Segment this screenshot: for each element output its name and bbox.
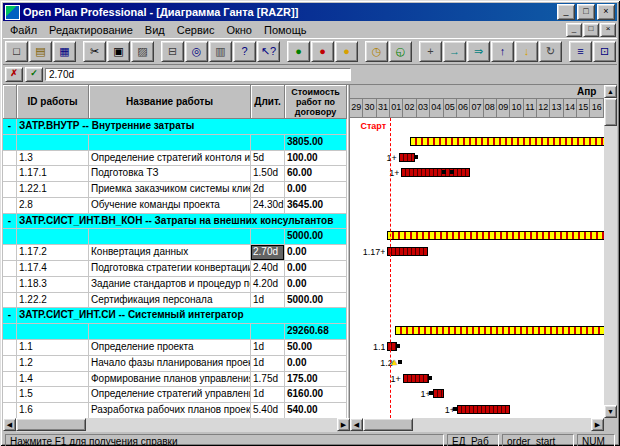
task-cost: 0.00 (285, 245, 347, 260)
task-bar[interactable] (403, 374, 429, 383)
table-scroll-left-button[interactable]: ◀ (3, 418, 16, 431)
table-row[interactable]: 1.17.1Подготовка ТЗ1.50d60.00 (3, 166, 347, 182)
print-preview-button[interactable]: ◎ (185, 41, 208, 62)
collapse-toggle[interactable]: - (3, 214, 17, 229)
minimize-button[interactable]: _ (557, 4, 575, 20)
table-scroll-right-button[interactable]: ▶ (337, 418, 350, 431)
table-row[interactable]: 1.6Разработка рабочих планов проекта5.40… (3, 403, 347, 418)
task-duration: 1d (251, 387, 285, 402)
table-row[interactable]: 1.4Формирование планов управления1.75d17… (3, 372, 347, 388)
mdi-minimize-button[interactable]: _ (566, 23, 582, 37)
mdi-restore-button[interactable]: □ (583, 23, 599, 37)
menu-item[interactable]: Окно (220, 23, 258, 37)
gantt-hscrollbar[interactable]: ◀ ▶ (350, 418, 604, 432)
task-bar[interactable] (399, 153, 415, 162)
move-down-button[interactable]: ↓ (515, 41, 538, 62)
clock-forward-button[interactable]: ◷ (365, 41, 388, 62)
time-analysis-button[interactable]: ● (287, 41, 310, 62)
collapse-toggle[interactable]: - (3, 308, 17, 323)
table-row[interactable]: 3805.00 (3, 135, 347, 151)
help-button[interactable]: ? (233, 41, 256, 62)
title-bar[interactable]: Open Plan Professional - [Диаграмма Гант… (3, 3, 617, 21)
summary-bar[interactable] (387, 231, 604, 240)
link-activities-button[interactable]: → (443, 41, 466, 62)
task-name: Задание стандартов и процедур по д (89, 277, 251, 292)
paste-button[interactable]: ▨ (131, 41, 154, 62)
add-activity-button[interactable]: + (419, 41, 442, 62)
table-row[interactable]: 1.1Определение проекта1d50.00 (3, 340, 347, 356)
menu-item[interactable]: Файл (4, 23, 43, 37)
table-row[interactable]: 1.18.3Задание стандартов и процедур по д… (3, 277, 347, 293)
header-name[interactable]: Название работы (89, 85, 251, 118)
group-title: ЗАТР.ВНУТР -- Внутренние затраты (17, 119, 347, 134)
table-row[interactable]: 1.17.2Конвертация данных2.70d0.00 (3, 245, 347, 261)
new-button[interactable]: □ (5, 41, 28, 62)
edit-field[interactable]: 2.70d (45, 68, 351, 81)
save-button[interactable]: ▦ (53, 41, 76, 62)
table-row[interactable]: 5000.00 (3, 229, 347, 245)
cut-button[interactable]: ✂ (83, 41, 106, 62)
duration-editor[interactable]: 2.70d (251, 245, 285, 260)
scroll-up-button[interactable]: ▲ (604, 85, 617, 98)
table-row[interactable]: 1.2Начало фазы планирования проекта1d0.0… (3, 356, 347, 372)
clock-back-button[interactable]: ◵ (389, 41, 412, 62)
cancel-edit-button[interactable]: ✗ (5, 67, 23, 82)
table-row[interactable]: -ЗАТР.СИСТ_ИНТ.СИ -- Системный интеграто… (3, 308, 347, 324)
table-hscroll-thumb[interactable] (16, 418, 86, 431)
open-button[interactable]: ▤ (29, 41, 52, 62)
monitor-view-button[interactable]: ⊡ (593, 41, 616, 62)
table-row[interactable]: -ЗАТР.СИСТ_ИНТ.ВН_КОН -- Затраты на внеш… (3, 214, 347, 230)
header-id[interactable]: ID работы (17, 85, 89, 118)
task-bar[interactable] (457, 405, 510, 414)
task-bar[interactable] (401, 168, 470, 177)
maximize-button[interactable]: □ (577, 4, 595, 20)
table-hscroll-track[interactable] (16, 418, 337, 432)
task-bar[interactable] (387, 342, 396, 351)
menu-item[interactable]: Помощь (258, 23, 313, 37)
print-button[interactable]: ⊟ (161, 41, 184, 62)
gantt-scroll-left-button[interactable]: ◀ (350, 418, 363, 431)
table-row[interactable]: 1.17.4Подготовка стратегии конвертации2.… (3, 261, 347, 277)
gantt-hscroll-thumb[interactable] (363, 418, 413, 431)
day-label: 06 (457, 99, 470, 117)
context-help-button[interactable]: ↖? (257, 41, 280, 62)
view-layout-button[interactable]: ≡ (569, 41, 592, 62)
menu-item[interactable]: Вид (139, 23, 171, 37)
table-row[interactable]: 1.22.1Приемка заказчиком системы клиент2… (3, 182, 347, 198)
table-row[interactable]: 1.22.2Сертификация персонала1d5000.00 (3, 293, 347, 309)
accept-edit-button[interactable]: ✓ (25, 67, 43, 82)
risk-analysis-button[interactable]: ● (335, 41, 358, 62)
gantt-hscroll-track[interactable] (363, 418, 591, 432)
vertical-scroll-track[interactable] (604, 98, 617, 405)
table-row[interactable]: 1.5Определение стратегий управления и1d6… (3, 387, 347, 403)
header-duration[interactable]: Длит. (251, 85, 285, 118)
unlink-activities-button[interactable]: ⇒ (467, 41, 490, 62)
menu-item[interactable]: Сервис (171, 23, 221, 37)
scroll-down-button[interactable]: ▼ (604, 405, 617, 418)
report-button[interactable]: ▥ (209, 41, 232, 62)
table-row[interactable]: 1.3Определение стратегий контоля и отч5d… (3, 151, 347, 167)
refresh-button[interactable]: ↻ (539, 41, 562, 62)
move-up-icon: ↑ (500, 46, 506, 57)
close-button[interactable]: × (597, 4, 615, 20)
copy-button[interactable]: ▣ (107, 41, 130, 62)
mdi-close-button[interactable]: × (600, 23, 616, 37)
header-cost[interactable]: Стоимость работ по договору (285, 85, 347, 118)
resource-analysis-button[interactable]: ● (311, 41, 334, 62)
move-up-button[interactable]: ↑ (491, 41, 514, 62)
table-row[interactable]: -ЗАТР.ВНУТР -- Внутренние затраты (3, 119, 347, 135)
table-row[interactable]: 29260.68 (3, 324, 347, 340)
table-hscrollbar[interactable]: ◀ ▶ (3, 418, 350, 432)
summary-bar[interactable] (410, 137, 604, 146)
collapse-toggle[interactable]: - (3, 119, 17, 134)
task-bar[interactable] (433, 389, 444, 398)
gantt-row (350, 228, 604, 244)
menu-item[interactable]: Редактирование (43, 23, 139, 37)
summary-bar[interactable] (395, 326, 604, 335)
task-bar[interactable] (387, 247, 427, 256)
app-icon[interactable] (5, 5, 20, 20)
gantt-scroll-right-button[interactable]: ▶ (591, 418, 604, 431)
vertical-scrollbar[interactable]: ▲ ▼ (604, 85, 617, 418)
table-row[interactable]: 2.8Обучение команды проекта24.30d3645.00 (3, 198, 347, 214)
vertical-scroll-thumb[interactable] (604, 98, 617, 126)
